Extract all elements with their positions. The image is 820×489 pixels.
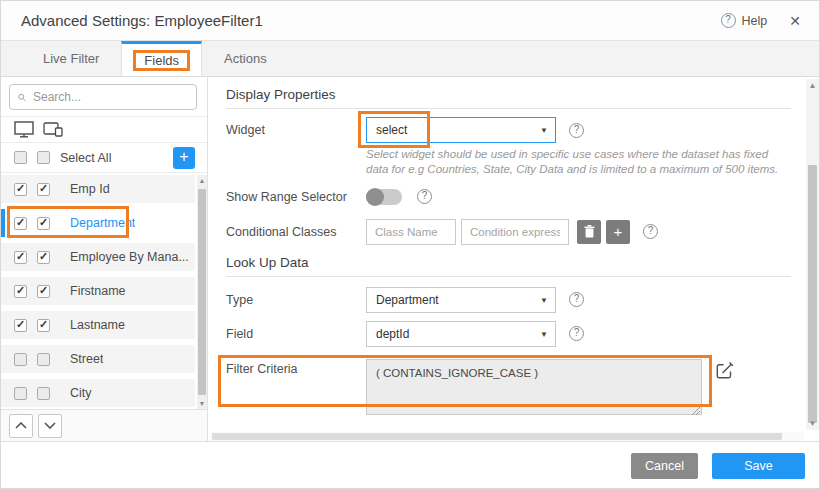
list-item-emp-id[interactable]: Emp Id xyxy=(1,175,195,203)
list-item-street[interactable]: Street xyxy=(1,345,195,373)
conditional-classes-label: Conditional Classes xyxy=(226,225,366,239)
tab-fields[interactable]: Fields xyxy=(121,41,202,76)
web-checkbox[interactable] xyxy=(14,183,27,196)
field-label: City xyxy=(70,386,92,400)
tab-actions[interactable]: Actions xyxy=(202,41,289,76)
widget-select[interactable]: select ▼ xyxy=(366,117,556,143)
delete-class-button[interactable] xyxy=(577,220,601,244)
list-item-employee-by-manager[interactable]: Employee By Mana... xyxy=(1,243,195,271)
help-label: Help xyxy=(742,14,768,28)
scrollbar-thumb[interactable] xyxy=(198,189,206,395)
cancel-button[interactable]: Cancel xyxy=(631,453,698,479)
field-label: Street xyxy=(70,352,103,366)
search-box xyxy=(9,84,197,110)
tab-bar: Live Filter Fields Actions xyxy=(1,41,819,77)
scrollbar-thumb[interactable] xyxy=(808,165,817,423)
mobile-checkbox[interactable] xyxy=(37,353,50,366)
dialog-header: Advanced Settings: EmployeeFilter1 ? Hel… xyxy=(1,1,819,41)
field-settings-panel: Display Properties Widget select ▼ ? Sel… xyxy=(208,77,819,441)
main-scrollbar-vertical[interactable]: ▲ ▼ xyxy=(806,79,819,430)
close-icon[interactable]: ✕ xyxy=(789,13,801,29)
tab-live-filter[interactable]: Live Filter xyxy=(21,41,121,76)
add-class-button[interactable]: + xyxy=(606,220,630,244)
mobile-checkbox[interactable] xyxy=(37,251,50,264)
web-checkbox[interactable] xyxy=(14,387,27,400)
mobile-checkbox[interactable] xyxy=(37,319,50,332)
list-item-department[interactable]: Department xyxy=(1,209,195,237)
field-reorder-controls xyxy=(1,409,207,441)
resize-handle-icon[interactable] xyxy=(692,407,700,415)
page-title: Advanced Settings: EmployeeFilter1 xyxy=(21,12,721,29)
scroll-up-icon[interactable]: ▲ xyxy=(806,81,819,90)
field-label: Field xyxy=(226,327,366,341)
main-scrollbar-horizontal[interactable] xyxy=(210,432,804,441)
conditional-classes-row: Conditional Classes + ? xyxy=(226,219,793,245)
plus-icon: + xyxy=(614,223,623,240)
web-checkbox[interactable] xyxy=(14,217,27,230)
type-help-icon[interactable]: ? xyxy=(569,292,584,307)
field-row: Field deptId ▼ ? xyxy=(226,321,793,347)
advanced-settings-dialog: Advanced Settings: EmployeeFilter1 ? Hel… xyxy=(0,0,820,489)
show-range-selector-label: Show Range Selector xyxy=(226,190,366,204)
list-item-lastname[interactable]: Lastname xyxy=(1,311,195,339)
widget-selected-value: select xyxy=(376,123,407,137)
web-checkbox[interactable] xyxy=(14,353,27,366)
help-button[interactable]: ? Help xyxy=(721,13,768,28)
conditional-classes-help-icon[interactable]: ? xyxy=(643,224,658,239)
field-label: Firstname xyxy=(70,284,126,298)
chevron-down-icon xyxy=(44,422,56,429)
search-input[interactable] xyxy=(33,90,188,104)
move-up-button[interactable] xyxy=(9,414,33,438)
web-select-all-checkbox[interactable] xyxy=(14,151,27,164)
toggle-knob xyxy=(366,188,384,206)
scrollbar-thumb[interactable] xyxy=(212,433,782,440)
type-label: Type xyxy=(226,293,366,307)
mobile-checkbox[interactable] xyxy=(37,183,50,196)
show-range-selector-row: Show Range Selector ? xyxy=(226,189,793,205)
field-select[interactable]: deptId ▼ xyxy=(366,321,556,347)
mobile-checkbox[interactable] xyxy=(37,387,50,400)
save-button[interactable]: Save xyxy=(712,453,805,479)
tab-label: Fields xyxy=(144,53,179,68)
web-checkbox[interactable] xyxy=(14,285,27,298)
fields-sidebar: Select All + Emp Id Department Employee … xyxy=(1,77,208,441)
class-name-input[interactable] xyxy=(366,219,456,245)
list-item-city[interactable]: City xyxy=(1,379,195,407)
field-help-icon[interactable]: ? xyxy=(569,326,584,341)
type-selected-value: Department xyxy=(376,293,439,307)
add-field-button[interactable]: + xyxy=(173,147,195,169)
field-list: Emp Id Department Employee By Mana... Fi… xyxy=(1,173,207,409)
scroll-up-icon[interactable]: ▲ xyxy=(197,177,207,184)
edit-filter-criteria-button[interactable] xyxy=(715,361,734,384)
mobile-select-all-checkbox[interactable] xyxy=(37,151,50,164)
mobile-checkbox[interactable] xyxy=(37,217,50,230)
field-selected-value: deptId xyxy=(376,327,409,341)
filter-criteria-label: Filter Criteria xyxy=(226,359,366,376)
display-properties-heading: Display Properties xyxy=(226,87,791,109)
help-icon: ? xyxy=(721,13,736,28)
search-area xyxy=(1,77,207,117)
condition-expression-input[interactable] xyxy=(461,219,569,245)
device-columns-header xyxy=(1,117,207,143)
scroll-down-icon[interactable]: ▼ xyxy=(197,400,207,407)
web-checkbox[interactable] xyxy=(14,251,27,264)
web-checkbox[interactable] xyxy=(14,319,27,332)
filter-criteria-textarea[interactable]: ( CONTAINS_IGNORE_CASE ) xyxy=(366,359,702,415)
chevron-up-icon xyxy=(15,422,27,429)
list-item-firstname[interactable]: Firstname xyxy=(1,277,195,305)
move-down-button[interactable] xyxy=(38,414,62,438)
scroll-down-icon[interactable]: ▼ xyxy=(806,419,819,428)
range-help-icon[interactable]: ? xyxy=(417,189,432,204)
widget-help-icon[interactable]: ? xyxy=(569,123,584,138)
content-area: Select All + Emp Id Department Employee … xyxy=(1,77,819,441)
show-range-selector-toggle[interactable] xyxy=(366,189,402,205)
edit-icon xyxy=(715,361,734,380)
field-label: Department xyxy=(70,216,135,230)
type-select[interactable]: Department ▼ xyxy=(366,287,556,313)
look-up-data-heading: Look Up Data xyxy=(226,255,791,277)
filter-criteria-row: Filter Criteria ( CONTAINS_IGNORE_CASE ) xyxy=(226,359,793,419)
mobile-checkbox[interactable] xyxy=(37,285,50,298)
select-all-label: Select All xyxy=(60,151,173,165)
sidebar-scrollbar[interactable]: ▲ ▼ xyxy=(197,175,207,409)
widget-row: Widget select ▼ ? xyxy=(226,117,793,143)
